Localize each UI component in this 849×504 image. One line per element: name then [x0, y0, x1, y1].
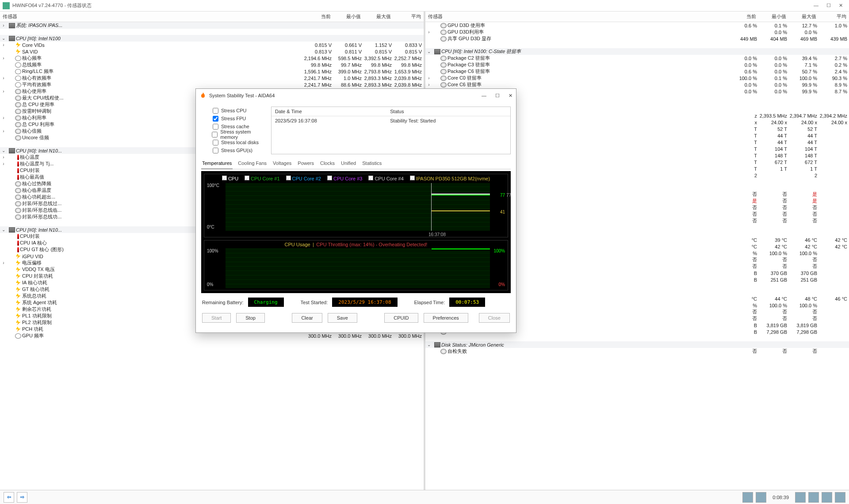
sensor-row[interactable]: ›Core C0 驻留率100.0 %0.1 %100.0 %90.3 % [425, 75, 849, 81]
col-min[interactable]: 最小值 [759, 11, 789, 22]
nav-back-button[interactable]: ⇦ [4, 492, 14, 503]
val-status: Stability Test: Started [386, 116, 510, 126]
tab-cooling-fans[interactable]: Cooling Fans [237, 159, 268, 169]
sensor-row[interactable]: Package C3 驻留率0.0 %0.0 %7.1 %0.2 % [425, 61, 849, 68]
stress-checkbox[interactable] [212, 132, 218, 137]
sensor-row[interactable]: GPU D3D 使用率0.6 %0.1 %12.7 %1.0 % [425, 22, 849, 29]
clock-icon [15, 76, 21, 81]
gauge-icon [440, 82, 447, 88]
col-min[interactable]: 最小值 [333, 11, 363, 22]
maximize-icon[interactable]: ☐ [826, 3, 831, 8]
battery-label: Remaining Battery: [202, 300, 244, 305]
sensor-row[interactable]: ›GPU D3D利用率0.0 %0.0 % [425, 29, 849, 35]
sensor-row[interactable]: ›Core C6 驻留率0.0 %0.0 %99.9 %8.9 % [425, 81, 849, 88]
col-sensor[interactable]: 传感器 [425, 11, 729, 22]
legend-item[interactable]: ✓IPASON PD350 512GB M2(nvme) [410, 176, 490, 181]
stress-checkbox[interactable] [213, 140, 218, 145]
sensor-group[interactable]: ⌄CPU [#0]: Intel N100: C-State 驻留率 [425, 48, 849, 55]
sensor-row[interactable]: Package C6 驻留率0.6 %0.0 %50.7 %2.4 % [425, 68, 849, 75]
tab-voltages[interactable]: Voltages [272, 159, 292, 169]
gauge-icon [15, 89, 21, 94]
prefs-button[interactable]: Preferences [424, 313, 468, 323]
yr-41: 41 [500, 210, 505, 214]
gauge-icon [15, 115, 21, 121]
col-current[interactable]: 当前 [303, 11, 333, 22]
started-value: 2023/5/29 16:37:08 [332, 298, 397, 307]
cpuid-button[interactable]: CPUID [384, 313, 418, 323]
sensor-group[interactable]: ›系统: IPASON IPAS... [0, 22, 424, 29]
sensor-row[interactable]: ›核心频率2,194.6 MHz598.5 MHz3,392.5 MHz2,25… [0, 55, 424, 61]
tab-temperatures[interactable]: Temperatures [201, 159, 233, 169]
close-icon[interactable]: ✕ [839, 3, 843, 8]
legend-item[interactable]: ✓CPU Core #3 [327, 176, 362, 181]
col-max[interactable]: 最大值 [363, 11, 394, 22]
gauge-icon [15, 109, 21, 114]
sensor-row[interactable]: GPU 频率300.0 MHz300.0 MHz300.0 MHz300.0 M… [0, 332, 424, 339]
bolt-icon [15, 294, 21, 299]
aida-min-icon[interactable]: — [482, 93, 486, 99]
sensor-row[interactable]: Package C2 驻留率0.0 %0.0 %39.4 %2.7 % [425, 55, 849, 61]
right-header: 传感器 当前 最小值 最大值 平均 [425, 11, 849, 22]
col-max[interactable]: 最大值 [789, 11, 819, 22]
sensor-row[interactable]: ›核心有效频率2,241.7 MHz1.0 MHz2,893.3 MHz2,03… [0, 75, 424, 81]
aida-titlebar[interactable]: System Stability Test - AIDA64 — ☐ ✕ [196, 89, 516, 102]
sensor-group[interactable]: ⌄Disk Status: JMicron Generic [425, 341, 849, 348]
sensor-row[interactable]: 平均有效频率2,241.7 MHz88.6 MHz2,893.3 MHz2,03… [0, 81, 424, 88]
tab-statistics[interactable]: Statistics [361, 159, 382, 169]
tray-icon[interactable] [756, 492, 766, 503]
tray-icon[interactable] [742, 492, 753, 503]
save-button[interactable]: Save [328, 313, 357, 323]
chip-icon [9, 23, 15, 28]
stress-checkbox[interactable] [213, 124, 218, 130]
nav-fwd-button[interactable]: ⇨ [17, 492, 27, 503]
aida-dialog: System Stability Test - AIDA64 — ☐ ✕ Str… [195, 88, 516, 333]
aida-close-icon[interactable]: ✕ [509, 93, 512, 99]
chart-area: ✓CPU✓CPU Core #1✓CPU Core #2✓CPU Core #3… [201, 171, 511, 293]
tray-icon[interactable] [822, 492, 832, 503]
close-button[interactable]: Close [479, 313, 510, 323]
minimize-icon[interactable]: — [814, 3, 818, 8]
tray-icon[interactable] [808, 492, 819, 503]
stress-option[interactable]: Stress local disks [201, 138, 266, 146]
legend-item[interactable]: ✓CPU Core #4 [368, 176, 403, 181]
tab-unified[interactable]: Unified [340, 159, 357, 169]
stress-checkbox[interactable] [213, 116, 218, 122]
sensor-row[interactable]: 共享 GPU D3D 显存449 MB404 MB469 MB439 MB [425, 35, 849, 42]
therm-icon [17, 241, 19, 246]
bolt-icon [15, 267, 21, 272]
sensor-row[interactable]: 总线频率99.8 MHz99.7 MHz99.8 MHz99.8 MHz [0, 61, 424, 68]
col-sensor[interactable]: 传感器 [0, 11, 303, 22]
sensor-row[interactable]: 自检失败否否否 [425, 348, 849, 355]
legend-item[interactable]: ✓CPU [222, 176, 238, 181]
stress-option[interactable]: Stress CPU [201, 107, 266, 115]
col-avg[interactable]: 平均 [819, 11, 849, 22]
sensor-row[interactable]: SA VID0.813 V0.811 V0.815 V0.815 V [0, 48, 424, 55]
tray-icon[interactable] [795, 492, 806, 503]
sensor-row[interactable]: Ring/LLC 频率1,596.1 MHz399.0 MHz2,793.8 M… [0, 68, 424, 75]
aida-max-icon[interactable]: ☐ [495, 93, 500, 99]
start-button[interactable]: Start [202, 313, 231, 323]
gauge-icon [440, 56, 447, 61]
battery-value: Charging [248, 298, 284, 307]
stress-option[interactable]: Stress FPU [201, 115, 266, 122]
chip-icon [434, 49, 440, 54]
stress-option[interactable]: Stress GPU(s) [201, 146, 266, 154]
stop-button[interactable]: Stop [236, 313, 265, 323]
status-time: 0:08:39 [773, 495, 789, 500]
stress-option[interactable]: Stress system memory [201, 130, 266, 138]
tab-clocks[interactable]: Clocks [319, 159, 336, 169]
stress-checkbox[interactable] [213, 108, 218, 114]
sensor-group[interactable]: ⌄CPU [#0]: Intel N100 [0, 35, 424, 42]
stress-checkbox[interactable] [213, 148, 218, 153]
sensor-row[interactable]: ›Core VIDs0.815 V0.661 V1.152 V0.833 V [0, 42, 424, 48]
col-current[interactable]: 当前 [729, 11, 759, 22]
clock-icon [15, 333, 21, 339]
hdr-status: Status [386, 107, 510, 116]
col-avg[interactable]: 平均 [394, 11, 424, 22]
tab-powers[interactable]: Powers [297, 159, 315, 169]
clear-button[interactable]: Clear [292, 313, 322, 323]
legend-item[interactable]: ✓CPU Core #1 [245, 176, 279, 181]
legend-item[interactable]: ✓CPU Core #2 [286, 176, 321, 181]
therm-icon [17, 247, 19, 252]
tray-icon[interactable] [835, 492, 845, 503]
